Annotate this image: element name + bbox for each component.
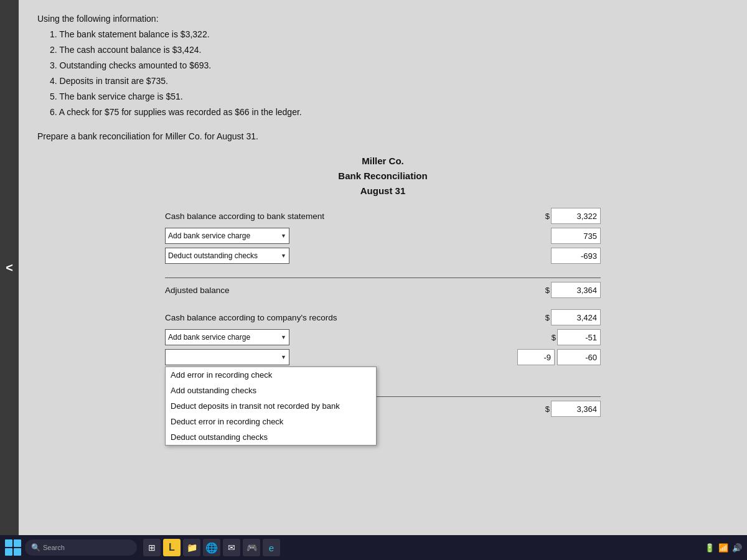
info-point-5: 5. The bank service charge is $51. [50,90,728,103]
info-point-4: 4. Deposits in transit are $735. [50,75,728,88]
bank-dropdown1-row: Add bank service charge Add error in rec… [165,228,601,244]
start-tile-1 [5,539,12,547]
game-icon[interactable]: 🎮 [243,539,260,556]
bank-dropdown1-value[interactable] [551,228,601,244]
bank-dropdown2-row: Add bank service charge Add error in rec… [165,248,601,264]
company-dropdown1-wrapper[interactable]: Add bank service charge Add error in rec… [165,329,289,345]
company-dropdown2-outer[interactable] [557,349,601,365]
start-button[interactable] [5,539,21,556]
report-title: Bank Reconciliation [37,169,728,184]
main-content: Using the following information: 1. The … [19,0,747,535]
start-tile-3 [5,548,12,556]
edge-icon[interactable]: e [263,539,280,556]
search-icon: 🔍 [31,543,40,552]
company-balance-label: Cash balance according to company's reco… [165,313,545,322]
table-header: Miller Co. Bank Reconciliation August 31 [37,154,728,198]
bank-dropdown2-value[interactable] [551,248,601,264]
search-label: Search [43,544,65,551]
spacer2 [165,302,601,309]
taskbar-apps: ⊞ L 📁 🌐 ✉ 🎮 e [143,539,280,556]
bank-adjusted-dollar: $ [545,286,550,295]
start-tile-4 [14,548,21,556]
company-name: Miller Co. [37,154,728,169]
files-icon[interactable]: 📁 [183,539,200,556]
company-dropdown1-select[interactable]: Add bank service charge Add error in rec… [165,329,289,345]
bank-dropdown1-select[interactable]: Add bank service charge Add error in rec… [165,228,289,244]
bank-adjusted-row: Adjusted balance $ [165,278,601,298]
info-point-3: 3. Outstanding checks amounted to $693. [50,59,728,72]
info-section: Using the following information: 1. The … [37,12,728,119]
info-heading: Using the following information: [37,12,728,26]
company-dropdown2-inner[interactable] [517,349,555,365]
popup-option-deduct-deposits[interactable]: Deduct deposits in transit not recorded … [166,398,376,414]
company-balance-row: Cash balance according to company's reco… [165,309,601,325]
company-d1-dollar: $ [552,333,556,342]
company-dropdown1-row: Add bank service charge Add error in rec… [165,329,601,345]
bank-balance-input[interactable] [551,208,601,224]
company-adjusted-input[interactable] [551,401,601,417]
popup-option-add-outstanding[interactable]: Add outstanding checks [166,383,376,398]
taskbar-search[interactable]: 🔍 Search [25,539,137,556]
reconciliation-table: Cash balance according to bank statement… [165,208,601,417]
taskbar-right: 🔋 📶 🔊 [705,543,742,553]
start-tile-2 [14,539,21,547]
prepare-text: Prepare a bank reconciliation for Miller… [37,131,728,141]
company-adjusted-dollar: $ [545,404,550,414]
mail-icon[interactable]: ✉ [223,539,240,556]
info-point-6: 6. A check for $75 for supplies was reco… [50,106,728,119]
bank-dropdown1-wrapper[interactable]: Add bank service charge Add error in rec… [165,228,289,244]
company-dollar-sign: $ [545,313,550,322]
taskview-icon[interactable]: ⊞ [143,539,161,556]
company-dropdown2-select[interactable]: Add bank service charge Add error in rec… [165,349,289,365]
bank-dropdown2-select[interactable]: Add bank service charge Add error in rec… [165,248,289,264]
dropdown-popup: Add error in recording check Add outstan… [165,366,377,446]
bank-adjusted-input[interactable] [551,282,601,298]
popup-option-add-error[interactable]: Add error in recording check [166,367,376,383]
popup-option-deduct-error[interactable]: Deduct error in recording check [166,414,376,429]
battery-icon: 🔋 [705,543,715,553]
bank-dropdown2-wrapper[interactable]: Add bank service charge Add error in rec… [165,248,289,264]
bank-dollar-sign: $ [545,212,550,221]
info-point-1: 1. The bank statement balance is $3,322. [50,28,728,41]
left-navigation-bar: < [0,0,19,535]
company-dropdown2-wrapper[interactable]: Add bank service charge Add error in rec… [165,349,289,365]
bank-adjusted-label: Adjusted balance [165,286,545,295]
report-date: August 31 [37,184,728,198]
company-balance-input[interactable] [551,309,601,325]
taskbar: 🔍 Search ⊞ L 📁 🌐 ✉ 🎮 e 🔋 📶 🔊 [0,535,747,560]
explorer-icon[interactable]: L [163,539,181,556]
chrome-icon[interactable]: 🌐 [203,539,220,556]
volume-icon: 🔊 [732,543,742,553]
wifi-icon: 📶 [718,543,728,553]
info-point-2: 2. The cash account balance is $3,424. [50,44,728,57]
bank-balance-row: Cash balance according to bank statement… [165,208,601,224]
spacer1 [165,268,601,275]
company-dropdown1-inner[interactable] [557,329,601,345]
popup-option-deduct-outstanding[interactable]: Deduct outstanding checks [166,429,376,445]
back-arrow-button[interactable]: < [6,261,13,275]
bank-balance-label: Cash balance according to bank statement [165,212,545,221]
company-dropdown2-row: Add bank service charge Add error in rec… [165,349,601,365]
